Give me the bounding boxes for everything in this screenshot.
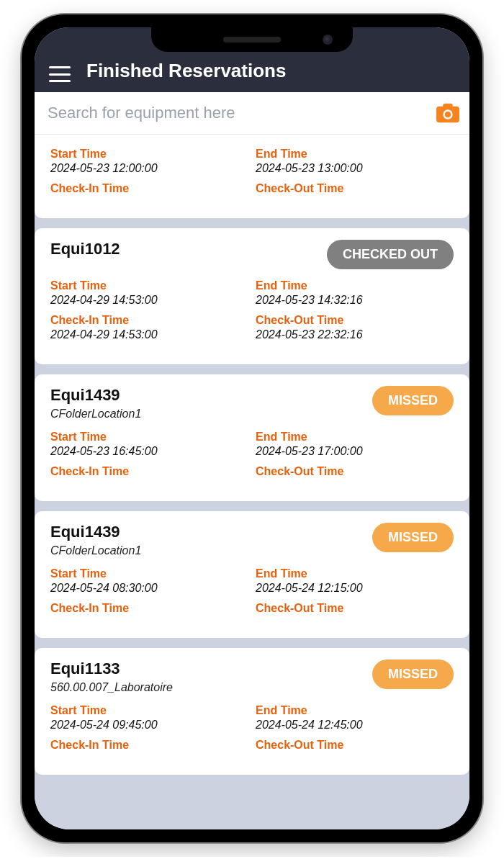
start-time-label: Start Time — [50, 567, 248, 580]
end-time-value: 2024-05-23 14:32:16 — [256, 294, 454, 307]
end-time-label: End Time — [256, 431, 454, 444]
reservation-card[interactable]: Start Time 2024-05-23 12:00:00 End Time … — [35, 135, 469, 218]
reservation-card[interactable]: Equi1439 CFolderLocation1 MISSED Start T… — [35, 511, 469, 638]
equipment-title: Equi1012 — [50, 240, 120, 258]
reservation-list[interactable]: Start Time 2024-05-23 12:00:00 End Time … — [35, 135, 469, 829]
device-notch — [151, 27, 353, 52]
search-bar — [35, 92, 469, 135]
equipment-title: Equi1439 — [50, 523, 141, 541]
svg-rect-1 — [443, 104, 452, 109]
status-badge: CHECKED OUT — [327, 240, 454, 269]
checkin-time-label: Check-In Time — [50, 739, 248, 752]
end-time-value: 2024-05-23 13:00:00 — [256, 162, 454, 175]
page-title: Finished Reservations — [86, 60, 286, 82]
search-input[interactable] — [45, 99, 429, 127]
start-time-value: 2024-05-23 12:00:00 — [50, 162, 248, 175]
start-time-label: Start Time — [50, 148, 248, 161]
start-time-label: Start Time — [50, 704, 248, 717]
start-time-value: 2024-04-29 14:53:00 — [50, 294, 248, 307]
status-badge: MISSED — [372, 386, 454, 415]
end-time-label: End Time — [256, 279, 454, 292]
camera-icon[interactable] — [436, 103, 459, 123]
checkout-time-label: Check-Out Time — [256, 602, 454, 615]
checkin-time-label: Check-In Time — [50, 182, 248, 195]
start-time-label: Start Time — [50, 279, 248, 292]
checkout-time-label: Check-Out Time — [256, 314, 454, 327]
checkin-time-label: Check-In Time — [50, 602, 248, 615]
start-time-label: Start Time — [50, 431, 248, 444]
equipment-location: CFolderLocation1 — [50, 408, 141, 420]
menu-icon[interactable] — [49, 66, 71, 82]
status-badge: MISSED — [372, 523, 454, 552]
svg-point-3 — [445, 112, 451, 118]
checkout-time-label: Check-Out Time — [256, 465, 454, 478]
checkin-time-value: 2024-04-29 14:53:00 — [50, 328, 248, 341]
end-time-value: 2024-05-24 12:45:00 — [256, 719, 454, 732]
start-time-value: 2024-05-24 08:30:00 — [50, 582, 248, 595]
checkout-time-label: Check-Out Time — [256, 182, 454, 195]
end-time-label: End Time — [256, 567, 454, 580]
checkout-time-label: Check-Out Time — [256, 739, 454, 752]
end-time-value: 2024-05-24 12:15:00 — [256, 582, 454, 595]
equipment-location: 560.00.007_Laboratoire — [50, 681, 173, 694]
phone-frame: Finished Reservations Start Time 2024-05… — [22, 14, 482, 842]
reservation-card[interactable]: Equi1439 CFolderLocation1 MISSED Start T… — [35, 374, 469, 501]
reservation-card[interactable]: Equi1133 560.00.007_Laboratoire MISSED S… — [35, 648, 469, 775]
start-time-value: 2024-05-24 09:45:00 — [50, 719, 248, 732]
checkin-time-label: Check-In Time — [50, 465, 248, 478]
end-time-value: 2024-05-23 17:00:00 — [256, 445, 454, 458]
reservation-card[interactable]: Equi1012 CHECKED OUT Start Time 2024-04-… — [35, 228, 469, 364]
screen: Finished Reservations Start Time 2024-05… — [35, 27, 469, 829]
equipment-title: Equi1133 — [50, 660, 173, 678]
equipment-location: CFolderLocation1 — [50, 544, 141, 557]
equipment-title: Equi1439 — [50, 386, 141, 405]
end-time-label: End Time — [256, 704, 454, 717]
start-time-value: 2024-05-23 16:45:00 — [50, 445, 248, 458]
status-badge: MISSED — [372, 660, 454, 689]
checkin-time-label: Check-In Time — [50, 314, 248, 327]
checkout-time-value: 2024-05-23 22:32:16 — [256, 328, 454, 341]
end-time-label: End Time — [256, 148, 454, 161]
